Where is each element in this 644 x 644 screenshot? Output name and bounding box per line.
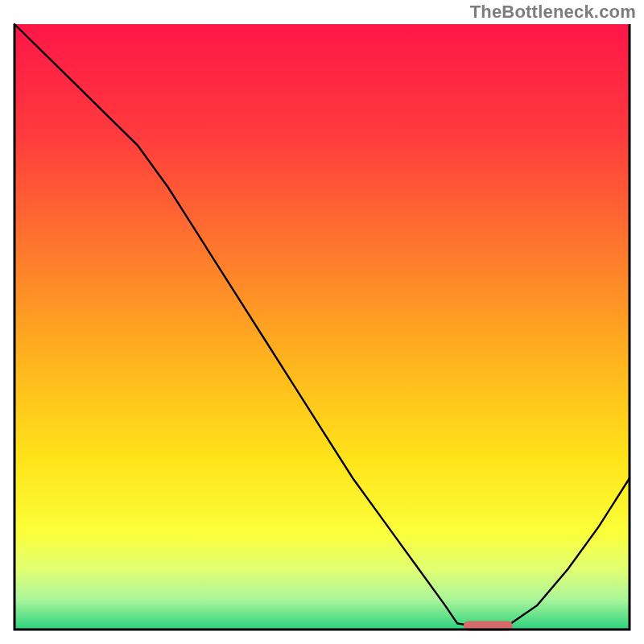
bottleneck-chart [0, 0, 644, 644]
